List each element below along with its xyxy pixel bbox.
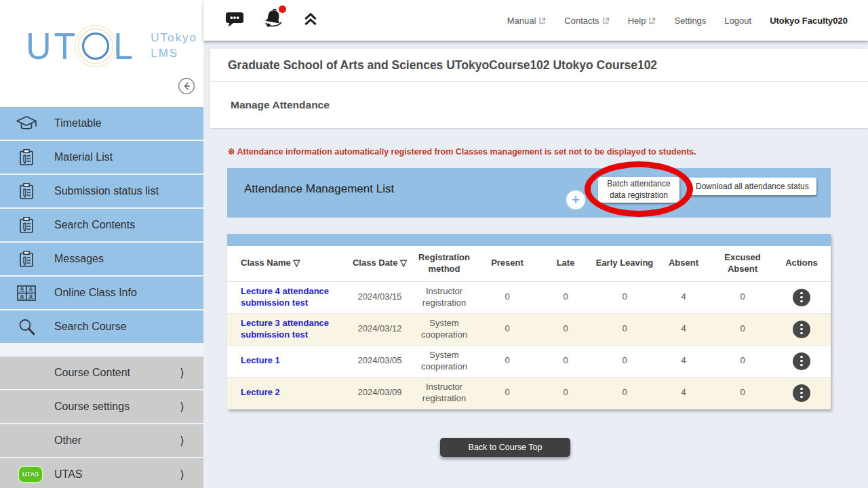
- topbar-link-contacts[interactable]: Contacts: [564, 16, 609, 26]
- arrow-left-circle-icon: [178, 77, 195, 95]
- early-leaving-count: 0: [595, 281, 654, 313]
- absent-count: 4: [654, 377, 713, 409]
- actions-menu-icon[interactable]: [793, 384, 810, 402]
- sidebar-item-other[interactable]: Other ⟩: [0, 424, 203, 457]
- sidebar-item-label: Messages: [54, 253, 104, 265]
- chevron-right-icon: ⟩: [180, 366, 184, 380]
- graduation-cap-icon: [15, 115, 38, 132]
- clipboard-icon: [15, 216, 38, 235]
- sidebar-item-utas[interactable]: UTAS UTAS ⟩: [0, 458, 203, 488]
- sidebar-item-label: Other: [54, 434, 81, 447]
- sidebar-item-online-class-info[interactable]: Online Class Info: [0, 277, 203, 309]
- registration-method: System cooperation: [410, 345, 478, 377]
- early-leaving-count: 0: [595, 345, 654, 377]
- column-header-absent: Absent: [654, 246, 713, 281]
- batch-attendance-registration-button[interactable]: Batch attendance data registration: [598, 177, 679, 203]
- class-name-link[interactable]: Lecture 3 attendance submission test: [241, 318, 349, 340]
- main-content: Manual Contacts Help Settings Logout Uto…: [203, 0, 868, 488]
- page-title: Manage Attendance: [231, 99, 330, 111]
- clipboard-icon: [15, 148, 38, 167]
- topbar-link-manual[interactable]: Manual: [507, 16, 547, 26]
- clipboard-icon: [15, 182, 38, 201]
- class-date: 2024/03/05: [349, 345, 410, 377]
- utas-logo-icon: UTAS: [19, 467, 42, 482]
- logo-o-ring-icon: [82, 33, 109, 60]
- collapse-topbar-icon[interactable]: [302, 12, 319, 30]
- table-header-strip: [227, 234, 831, 246]
- table-row: Lecture 4 attendance submission test 202…: [227, 281, 831, 313]
- actions-menu-icon[interactable]: [793, 289, 810, 306]
- page-header-card: Graduate School of Arts and Sciences UTo…: [210, 49, 868, 128]
- link-label: Help: [628, 16, 646, 26]
- logo-letter: L: [113, 28, 136, 65]
- early-leaving-count: 0: [595, 377, 654, 409]
- topbar-link-logout[interactable]: Logout: [724, 16, 751, 26]
- registration-method: Instructor registration: [410, 377, 478, 409]
- column-header-actions: Actions: [772, 246, 831, 281]
- logo-area: U T L UTokyo LMS: [0, 0, 203, 107]
- topbar: Manual Contacts Help Settings Logout Uto…: [203, 0, 868, 41]
- sidebar-item-label: Course settings: [54, 401, 130, 413]
- topbar-link-settings[interactable]: Settings: [674, 16, 706, 26]
- class-date: 2024/03/09: [349, 377, 410, 409]
- add-attendance-button[interactable]: +: [566, 190, 585, 209]
- sidebar-item-material-list[interactable]: Material List: [0, 141, 203, 174]
- panel-title: Attendance Management List: [244, 182, 394, 196]
- present-count: 0: [478, 345, 536, 377]
- external-link-icon: [538, 17, 546, 24]
- table-row: Lecture 1 2024/03/05 System cooperation …: [227, 345, 831, 377]
- column-header-class-date[interactable]: Class Date ▽: [349, 246, 410, 281]
- external-link-icon: [602, 17, 610, 24]
- sidebar-item-search-course[interactable]: Search Course: [0, 310, 203, 343]
- sidebar-item-submission-status-list[interactable]: Submission status list: [0, 175, 203, 207]
- sidebar-divider: [0, 344, 203, 357]
- link-label: Settings: [674, 16, 706, 26]
- sidebar-item-label: UTAS: [54, 468, 82, 481]
- column-header-registration-method: Registration method: [410, 246, 478, 281]
- sidebar-item-label: Search Contents: [54, 219, 135, 231]
- download-all-attendance-button[interactable]: Download all attendance status: [688, 178, 816, 195]
- sidebar-item-messages[interactable]: Messages: [0, 243, 203, 275]
- attendance-notice: ※ Attendance information automatically r…: [228, 146, 868, 157]
- sidebar-item-course-settings[interactable]: Course settings ⟩: [0, 390, 203, 423]
- attendance-panel-header: Attendance Management List + Batch atten…: [227, 168, 831, 218]
- registration-method: System cooperation: [410, 313, 478, 345]
- topbar-link-help[interactable]: Help: [628, 16, 656, 26]
- sidebar-item-course-content[interactable]: Course Content ⟩: [0, 357, 203, 389]
- column-header-early-leaving: Early Leaving: [595, 246, 654, 281]
- notification-badge: [279, 5, 286, 13]
- utol-logo: U T L: [26, 28, 136, 64]
- actions-menu-icon[interactable]: [793, 321, 810, 338]
- sidebar-item-label: Timetable: [54, 117, 102, 129]
- course-title: Graduate School of Arts and Sciences UTo…: [228, 58, 657, 73]
- column-header-late: Late: [536, 246, 595, 281]
- sidebar-item-search-contents[interactable]: Search Contents: [0, 209, 203, 241]
- back-to-course-top-button[interactable]: Back to Course Top: [440, 438, 570, 457]
- chevron-right-icon: ⟩: [180, 400, 184, 414]
- sidebar-item-timetable[interactable]: Timetable: [0, 107, 203, 140]
- link-label: Manual: [507, 16, 536, 26]
- actions-menu-icon[interactable]: [793, 352, 810, 370]
- sidebar-item-label: Material List: [54, 151, 113, 163]
- chevron-right-icon: ⟩: [180, 434, 184, 448]
- class-name-link[interactable]: Lecture 4 attendance submission test: [241, 286, 349, 308]
- sidebar-item-label: Course Content: [54, 367, 130, 379]
- notifications-bell-icon[interactable]: [262, 7, 285, 33]
- class-name-link[interactable]: Lecture 1: [241, 355, 280, 366]
- absent-count: 4: [654, 313, 713, 345]
- late-count: 0: [536, 377, 595, 409]
- class-name-link[interactable]: Lecture 2: [241, 387, 280, 398]
- table-header-row: Class Name ▽ Class Date ▽ Registration m…: [227, 246, 831, 281]
- sidebar-item-label: Submission status list: [54, 185, 159, 197]
- collapse-sidebar-button[interactable]: [178, 77, 195, 95]
- column-header-class-name[interactable]: Class Name ▽: [227, 246, 349, 281]
- late-count: 0: [536, 313, 595, 345]
- logo-letter: T: [54, 28, 79, 65]
- late-count: 0: [536, 345, 595, 377]
- absent-count: 4: [654, 345, 713, 377]
- registration-method: Instructor registration: [410, 281, 478, 313]
- column-header-excused-absent: Excused Absent: [713, 246, 772, 281]
- chat-icon[interactable]: [225, 11, 244, 30]
- table-row: Lecture 2 2024/03/09 Instructor registra…: [227, 377, 831, 409]
- excused-absent-count: 0: [713, 377, 772, 409]
